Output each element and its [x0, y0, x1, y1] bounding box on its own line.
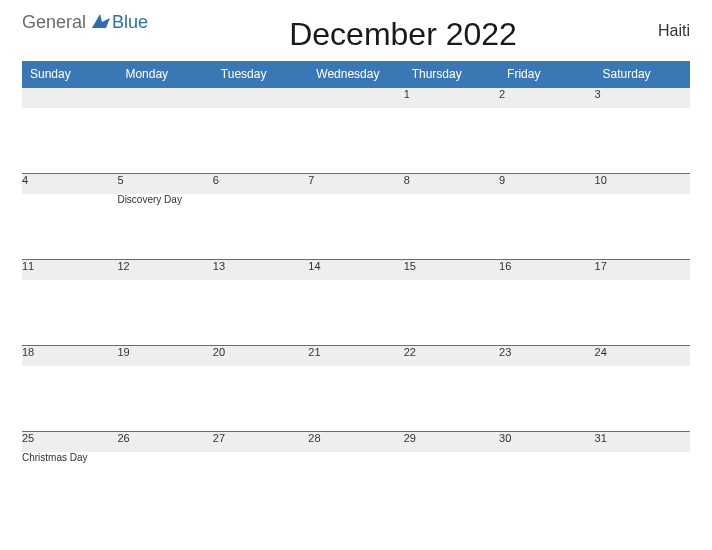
weekday-header: Friday [499, 61, 594, 88]
day-event-cell [499, 194, 594, 260]
logo-icon [88, 12, 110, 33]
day-number-cell: 24 [595, 346, 690, 366]
week-number-row: 45678910 [22, 174, 690, 194]
day-event-cell [308, 452, 403, 518]
day-number-cell [117, 88, 212, 108]
day-event-cell [499, 108, 594, 174]
day-number-cell: 10 [595, 174, 690, 194]
week-body-row [22, 108, 690, 174]
day-event-cell [213, 452, 308, 518]
weekday-header: Monday [117, 61, 212, 88]
day-event-cell [308, 366, 403, 432]
day-number-cell: 5 [117, 174, 212, 194]
day-number-cell: 6 [213, 174, 308, 194]
day-number-cell: 25 [22, 432, 117, 452]
day-number-cell: 14 [308, 260, 403, 280]
day-event-cell [595, 280, 690, 346]
day-event-cell [595, 194, 690, 260]
day-number-cell: 13 [213, 260, 308, 280]
day-number-cell: 31 [595, 432, 690, 452]
week-number-row: 18192021222324 [22, 346, 690, 366]
day-number-cell [213, 88, 308, 108]
day-number-cell: 27 [213, 432, 308, 452]
day-event-cell [404, 366, 499, 432]
day-number-cell: 16 [499, 260, 594, 280]
week-number-row: 123 [22, 88, 690, 108]
week-number-row: 25262728293031 [22, 432, 690, 452]
day-number-cell: 3 [595, 88, 690, 108]
day-event-cell [117, 280, 212, 346]
day-number-cell: 2 [499, 88, 594, 108]
day-number-cell: 28 [308, 432, 403, 452]
day-event-cell [308, 194, 403, 260]
day-event-cell [595, 108, 690, 174]
day-event-cell [22, 194, 117, 260]
day-event-cell [117, 108, 212, 174]
calendar-title: December 2022 [148, 16, 658, 53]
day-number-cell: 30 [499, 432, 594, 452]
day-event-cell [404, 280, 499, 346]
day-event-cell [22, 366, 117, 432]
day-event-cell [499, 366, 594, 432]
day-event-cell [404, 194, 499, 260]
day-event-cell [117, 452, 212, 518]
day-event-cell: Christmas Day [22, 452, 117, 518]
day-event-cell [117, 366, 212, 432]
day-number-cell: 26 [117, 432, 212, 452]
day-number-cell: 29 [404, 432, 499, 452]
day-number-cell: 19 [117, 346, 212, 366]
day-number-cell: 1 [404, 88, 499, 108]
day-number-cell: 8 [404, 174, 499, 194]
weekday-header: Saturday [595, 61, 690, 88]
calendar-grid: Sunday Monday Tuesday Wednesday Thursday… [22, 61, 690, 518]
day-number-cell: 4 [22, 174, 117, 194]
day-event-cell [213, 280, 308, 346]
day-event-cell [404, 108, 499, 174]
weekday-header-row: Sunday Monday Tuesday Wednesday Thursday… [22, 61, 690, 88]
weekday-header: Thursday [404, 61, 499, 88]
day-number-cell [22, 88, 117, 108]
day-number-cell: 20 [213, 346, 308, 366]
day-event-cell [499, 452, 594, 518]
day-number-cell: 7 [308, 174, 403, 194]
week-body-row: Christmas Day [22, 452, 690, 518]
day-number-cell: 23 [499, 346, 594, 366]
day-event-cell [213, 194, 308, 260]
logo-text-1: General [22, 12, 86, 33]
day-number-cell: 22 [404, 346, 499, 366]
week-body-row [22, 366, 690, 432]
day-event-cell [308, 108, 403, 174]
week-number-row: 11121314151617 [22, 260, 690, 280]
day-number-cell [308, 88, 403, 108]
country-label: Haiti [658, 22, 690, 40]
weekday-header: Tuesday [213, 61, 308, 88]
day-number-cell: 21 [308, 346, 403, 366]
day-event-cell [308, 280, 403, 346]
day-event-cell [595, 366, 690, 432]
calendar-header: General Blue December 2022 Haiti [22, 12, 690, 53]
day-event-cell [213, 108, 308, 174]
week-body-row: Discovery Day [22, 194, 690, 260]
day-number-cell: 11 [22, 260, 117, 280]
logo-text-2: Blue [112, 12, 148, 33]
day-number-cell: 9 [499, 174, 594, 194]
weekday-header: Sunday [22, 61, 117, 88]
day-event-cell [22, 280, 117, 346]
day-event-cell: Discovery Day [117, 194, 212, 260]
day-number-cell: 15 [404, 260, 499, 280]
day-event-cell [595, 452, 690, 518]
day-number-cell: 17 [595, 260, 690, 280]
day-event-cell [404, 452, 499, 518]
day-event-cell [22, 108, 117, 174]
week-body-row [22, 280, 690, 346]
day-number-cell: 18 [22, 346, 117, 366]
weekday-header: Wednesday [308, 61, 403, 88]
day-number-cell: 12 [117, 260, 212, 280]
day-event-cell [213, 366, 308, 432]
day-event-cell [499, 280, 594, 346]
logo: General Blue [22, 12, 148, 33]
